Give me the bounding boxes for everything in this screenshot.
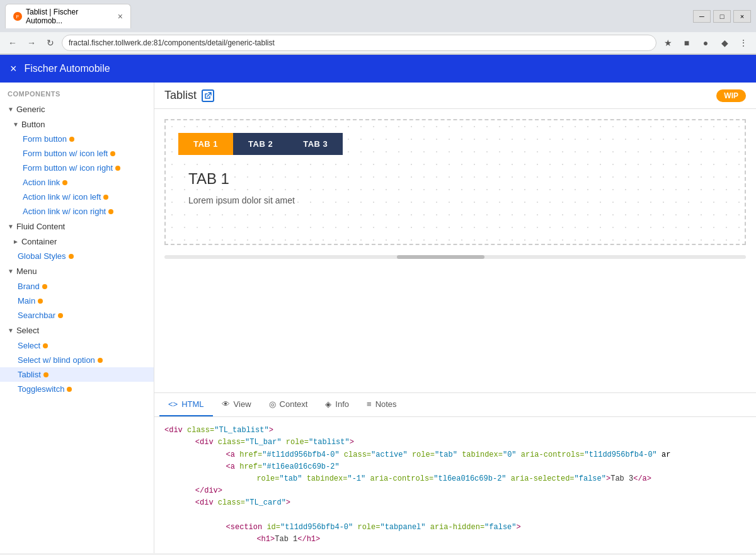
sidebar-subgroup-container: ► Container (0, 234, 154, 249)
components-label: COMPONENTS (0, 83, 154, 101)
tab-close-button[interactable]: × (118, 11, 123, 21)
html-icon: <> (168, 399, 178, 409)
wip-dot-action-link (62, 180, 67, 185)
view-tab-label: View (234, 399, 251, 409)
app-header: × Fischer Automobile (0, 55, 756, 83)
scrollbar-thumb (397, 255, 484, 259)
sidebar-group-fluid-content: ▼ Fluid Content ► Container Global Style… (0, 219, 154, 263)
context-icon: ◎ (269, 399, 276, 409)
select-label: Select (16, 326, 39, 335)
view-icon: 👁 (222, 399, 230, 409)
sidebar: COMPONENTS ▼ Generic ▼ Button Form butto… (0, 83, 154, 553)
action-link-icon-right-label: Action link w/ icon right (23, 207, 106, 216)
address-bar[interactable]: fractal.fischer.tollwerk.de:81/component… (62, 35, 656, 51)
title-bar: F Tablist | Fischer Automob... × ─ □ × (0, 0, 756, 32)
content-title: Tablist (164, 89, 214, 102)
sidebar-item-searchbar[interactable]: Searchbar (0, 308, 154, 323)
sidebar-subgroup-button-header[interactable]: ▼ Button (5, 117, 154, 132)
tab-2-button[interactable]: TAB 2 (233, 133, 288, 155)
code-line-9: <section id="tl1dd956bfb4-0" role="tabpa… (164, 522, 746, 534)
sidebar-item-form-button-icon-left[interactable]: Form button w/ icon left (5, 146, 154, 161)
arrow-down-icon-fluid: ▼ (8, 223, 14, 230)
minimize-button[interactable]: ─ (693, 10, 711, 23)
wip-dot-global-styles (69, 254, 74, 259)
code-line-4: <a href="#tl6ea016c69b-2" (164, 461, 746, 473)
sidebar-group-generic-header[interactable]: ▼ Generic (0, 101, 154, 117)
preview-area: TAB 1 TAB 2 TAB 3 TAB 1 Lorem ipsum dolo… (154, 109, 756, 392)
extension-icon-3[interactable]: ◆ (717, 35, 732, 50)
tab-info[interactable]: ◈ Info (316, 393, 358, 416)
sidebar-group-select: ▼ Select Select Select w/ blind option (0, 323, 154, 367)
arrow-down-icon: ▼ (8, 106, 14, 113)
sidebar-item-brand[interactable]: Brand (0, 279, 154, 294)
select-item-label: Select (18, 341, 40, 350)
header-close-button[interactable]: × (10, 62, 17, 76)
wip-badge: WIP (716, 89, 746, 102)
tab-content-body: Lorem ipsum dolor sit amet (188, 195, 722, 205)
arrow-right-icon-container: ► (13, 238, 19, 245)
back-button[interactable]: ← (5, 35, 20, 50)
sidebar-item-tablist[interactable]: Tablist (0, 367, 154, 382)
code-line-7: <div class="TL_card"> (164, 497, 746, 509)
wip-dot-form-button-icon-right (115, 166, 120, 171)
menu-icon[interactable]: ⋮ (736, 35, 751, 50)
horizontal-scrollbar[interactable] (164, 255, 746, 259)
tab-html[interactable]: <> HTML (159, 393, 213, 416)
action-link-label: Action link (23, 178, 60, 187)
sidebar-item-global-styles[interactable]: Global Styles (0, 249, 154, 263)
close-window-button[interactable]: × (733, 10, 751, 23)
sidebar-item-action-link-icon-left[interactable]: Action link w/ icon left (5, 190, 154, 204)
app-title: Fischer Automobile (25, 63, 110, 74)
toggleswitch-label: Toggleswitch (18, 384, 64, 394)
searchbar-label: Searchbar (18, 311, 55, 320)
sidebar-item-form-button-icon-right[interactable]: Form button w/ icon right (5, 161, 154, 175)
bottom-panel: <> HTML 👁 View ◎ Context ◈ Info ≡ Not (154, 392, 756, 553)
code-line-1: <div class="TL_tablist"> (164, 425, 746, 437)
tab-3-button[interactable]: TAB 3 (288, 133, 343, 155)
content-header: Tablist WIP (154, 83, 756, 109)
reload-button[interactable]: ↻ (43, 35, 58, 50)
context-tab-label: Context (280, 399, 308, 409)
generic-label: Generic (16, 105, 45, 114)
sidebar-group-select-header[interactable]: ▼ Select (0, 323, 154, 338)
container-label: Container (21, 237, 57, 246)
external-link-icon[interactable] (202, 89, 214, 102)
sidebar-item-form-button[interactable]: Form button (5, 132, 154, 146)
tab-1-button[interactable]: TAB 1 (178, 133, 233, 155)
sidebar-item-select-blind[interactable]: Select w/ blind option (0, 353, 154, 367)
browser-tab[interactable]: F Tablist | Fischer Automob... × (5, 4, 131, 28)
sidebar-subgroup-container-header[interactable]: ► Container (5, 234, 154, 249)
extension-icon-1[interactable]: ■ (679, 35, 694, 50)
content-area: Tablist WIP TAB 1 TAB 2 TAB 3 TAB 1 (154, 83, 756, 553)
wip-dot-searchbar (58, 313, 63, 318)
action-link-icon-left-label: Action link w/ icon left (23, 192, 101, 202)
sidebar-item-action-link-icon-right[interactable]: Action link w/ icon right (5, 204, 154, 219)
sidebar-group-fluid-content-header[interactable]: ▼ Fluid Content (0, 219, 154, 234)
extension-icon-2[interactable]: ● (698, 35, 713, 50)
browser-chrome: F Tablist | Fischer Automob... × ─ □ × ←… (0, 0, 756, 55)
wip-dot-toggleswitch (67, 387, 72, 392)
window-controls: ─ □ × (693, 10, 751, 23)
tab-view[interactable]: 👁 View (213, 393, 260, 416)
wip-dot-action-link-icon-right (108, 209, 113, 214)
button-group-label: Button (21, 120, 45, 129)
browser-nav-icons: ★ ■ ● ◆ ⋮ (660, 35, 751, 50)
maximize-button[interactable]: □ (713, 10, 731, 23)
tab-notes[interactable]: ≡ Notes (358, 393, 406, 416)
code-view: <div class="TL_tablist"> <div class="TL_… (154, 417, 756, 553)
select-blind-label: Select w/ blind option (18, 355, 95, 365)
sidebar-subgroup-button: ▼ Button Form button Form button w/ icon… (0, 117, 154, 219)
bookmark-icon[interactable]: ★ (660, 35, 675, 50)
sidebar-item-select[interactable]: Select (0, 338, 154, 353)
sidebar-item-main[interactable]: Main (0, 294, 154, 308)
code-line-3: <a href="#tl1dd956bfb4-0" class="active"… (164, 449, 746, 461)
sidebar-group-menu: ▼ Menu Brand Main Searchbar (0, 263, 154, 323)
sidebar-item-action-link[interactable]: Action link (5, 175, 154, 190)
tab-context[interactable]: ◎ Context (260, 393, 317, 416)
notes-tab-label: Notes (375, 399, 397, 409)
sidebar-group-menu-header[interactable]: ▼ Menu (0, 263, 154, 279)
wip-dot-brand (42, 284, 47, 289)
code-line-5: role="tab" tabindex="-1" aria-controls="… (164, 473, 746, 485)
forward-button[interactable]: → (24, 35, 39, 50)
sidebar-item-toggleswitch[interactable]: Toggleswitch (0, 382, 154, 396)
